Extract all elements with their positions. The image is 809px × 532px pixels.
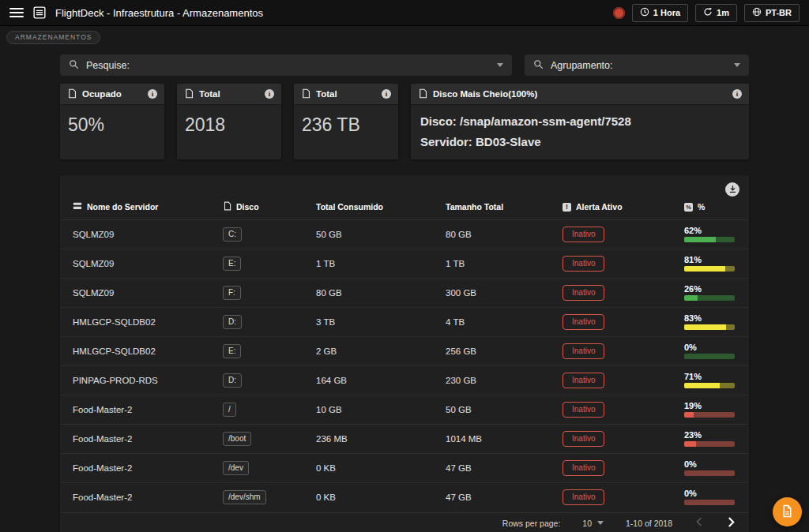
pct-cell: 62% — [672, 220, 749, 249]
info-icon[interactable]: i — [382, 89, 391, 99]
pagination-range-label: 1-10 of 2018 — [626, 519, 672, 528]
topbar: FlightDeck - Infraestrutura - Armazename… — [0, 0, 809, 26]
refresh-interval-label: 1m — [717, 8, 729, 17]
alert-cell: Inativo — [550, 366, 672, 395]
stat-card-value: 50% — [60, 105, 164, 145]
locale-button[interactable]: PT-BR — [744, 4, 800, 22]
table-row[interactable]: Food-Master-2 /dev/shm 0 KB 47 GB Inativ… — [60, 483, 749, 512]
stat-card-title: Total — [199, 89, 220, 99]
table-header-row: Nome do Servidor Disco Total Consumido T… — [60, 198, 749, 220]
table-row[interactable]: SQLMZ09 F: 80 GB 300 GB Inativo 26% — [60, 279, 749, 308]
chevron-down-icon — [497, 63, 503, 67]
app-logo-icon[interactable] — [33, 6, 46, 19]
search-icon — [69, 58, 79, 73]
table-footer: Rows per page: 10 1-10 of 2018 — [60, 512, 749, 532]
alert-badge: Inativo — [563, 256, 604, 272]
total-cell: 1 TB — [433, 249, 550, 279]
pct-cell: 81% — [672, 249, 749, 279]
alert-badge: Inativo — [563, 314, 604, 330]
table-row[interactable]: Food-Master-2 /dev 0 KB 47 GB Inativo 0% — [60, 454, 749, 483]
alert-cell: Inativo — [550, 483, 672, 512]
usage-bar — [684, 266, 735, 272]
grouping-input[interactable]: Agrupamento: — [525, 54, 749, 76]
col-total: Tamanho Total — [433, 198, 550, 220]
disk-cell: F: — [210, 279, 303, 308]
table-row[interactable]: SQLMZ09 E: 1 TB 1 TB Inativo 81% — [60, 249, 749, 279]
download-csv-button[interactable] — [725, 182, 739, 197]
disk-chip: C: — [223, 227, 242, 242]
usage-bar — [684, 324, 735, 330]
table-row[interactable]: PINPAG-PROD-RDS D: 164 GB 230 GB Inativo… — [60, 366, 749, 395]
filter-row: Pesquise: Agrupamento: — [60, 54, 749, 76]
export-report-button[interactable] — [773, 497, 802, 526]
table-row[interactable]: SQLMZ09 C: 50 GB 80 GB Inativo 62% — [60, 220, 749, 249]
alert-status-dot[interactable] — [613, 7, 625, 19]
total-cell: 230 GB — [433, 366, 550, 395]
usage-bar-fill — [684, 412, 694, 418]
time-range-button[interactable]: 1 Hora — [632, 4, 688, 22]
total-cell: 256 GB — [433, 337, 550, 366]
menu-icon[interactable] — [9, 8, 24, 17]
globe-icon — [752, 7, 762, 18]
used-cell: 10 GB — [303, 395, 433, 425]
total-cell: 300 GB — [433, 279, 550, 308]
used-cell: 0 KB — [303, 483, 433, 512]
used-cell: 1 TB — [303, 249, 433, 279]
alert-badge: Inativo — [563, 285, 604, 301]
stat-card-total-count: Total i 2018 — [177, 84, 281, 159]
pct-cell: 26% — [672, 279, 749, 308]
used-cell: 0 KB — [303, 454, 433, 483]
total-cell: 1014 MB — [433, 425, 550, 454]
page-title: FlightDeck - Infraestrutura - Armazename… — [55, 7, 263, 19]
pct-cell: 71% — [672, 366, 749, 395]
table-row[interactable]: HMLGCP-SQLDB02 D: 3 TB 4 TB Inativo 83% — [60, 308, 749, 337]
disk-icon — [223, 201, 231, 212]
server-name-cell: Food-Master-2 — [60, 425, 210, 454]
alert-badge: Inativo — [563, 373, 604, 388]
info-icon[interactable]: i — [732, 89, 742, 99]
used-cell: 164 GB — [303, 366, 433, 395]
info-icon[interactable]: i — [265, 89, 274, 99]
search-input[interactable]: Pesquise: — [60, 54, 512, 76]
breadcrumb[interactable]: ARMAZENAMENTOS — [6, 31, 100, 44]
alert-cell: Inativo — [550, 425, 672, 454]
fullest-disk-line: Disco: /snap/amazon-ssm-agent/7528 — [420, 111, 739, 132]
clock-icon — [640, 7, 649, 18]
table-row[interactable]: Food-Master-2 / 10 GB 50 GB Inativo 19% — [60, 395, 749, 425]
disk-cell: /dev — [210, 454, 303, 483]
next-page-button[interactable] — [726, 517, 736, 530]
server-name-cell: Food-Master-2 — [60, 395, 210, 425]
total-cell: 47 GB — [433, 454, 550, 483]
disk-icon — [184, 88, 194, 100]
usage-bar — [684, 237, 735, 242]
previous-page-button[interactable] — [694, 517, 704, 529]
rows-per-page-select[interactable]: 10 — [582, 519, 604, 528]
col-total-label: Tamanho Total — [446, 202, 503, 212]
disk-icon — [301, 88, 310, 100]
col-percent: % % — [672, 198, 749, 220]
usage-bar — [684, 500, 735, 505]
stat-card-value: 236 TB — [294, 105, 398, 145]
info-icon[interactable]: i — [148, 89, 157, 99]
refresh-interval-button[interactable]: 1m — [695, 4, 737, 22]
chevron-down-icon — [734, 63, 740, 67]
col-alert: ! Alerta Ativo — [550, 198, 672, 220]
alert-badge: Inativo — [563, 460, 604, 476]
disk-cell: D: — [210, 366, 303, 395]
usage-percent-label: 0% — [684, 343, 743, 352]
table-row[interactable]: Food-Master-2 /boot 236 MB 1014 MB Inati… — [60, 425, 749, 454]
table-body: SQLMZ09 C: 50 GB 80 GB Inativo 62% SQLMZ… — [60, 220, 749, 512]
alert-cell: Inativo — [550, 220, 672, 249]
download-icon — [728, 184, 737, 196]
disk-cell: / — [210, 395, 303, 425]
pct-cell: 0% — [672, 454, 749, 483]
server-name-cell: PINPAG-PROD-RDS — [60, 366, 210, 395]
table-row[interactable]: HMLGCP-SQLDB02 E: 2 GB 256 GB Inativo 0% — [60, 337, 749, 366]
usage-bar-fill — [684, 295, 698, 301]
chevron-right-icon — [728, 517, 735, 530]
usage-percent-label: 81% — [684, 255, 743, 264]
usage-percent-label: 71% — [684, 372, 743, 381]
usage-bar — [684, 470, 735, 476]
col-used: Total Consumido — [303, 198, 433, 220]
alert-badge: Inativo — [563, 431, 604, 447]
